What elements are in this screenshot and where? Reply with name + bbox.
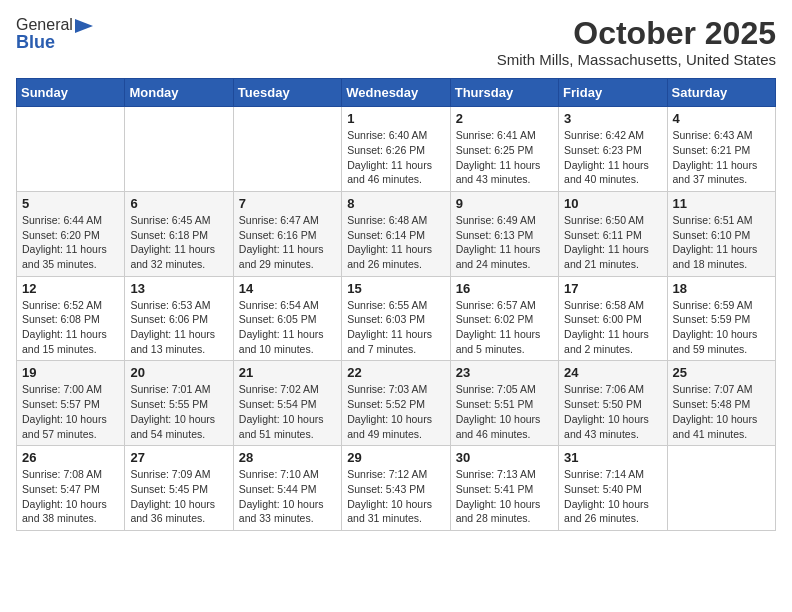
day-info: Sunrise: 7:05 AM Sunset: 5:51 PM Dayligh…	[456, 382, 553, 441]
week-row-2: 5Sunrise: 6:44 AM Sunset: 6:20 PM Daylig…	[17, 191, 776, 276]
logo-blue-text: Blue	[16, 32, 55, 53]
day-info: Sunrise: 6:57 AM Sunset: 6:02 PM Dayligh…	[456, 298, 553, 357]
day-cell: 16Sunrise: 6:57 AM Sunset: 6:02 PM Dayli…	[450, 276, 558, 361]
page-title: October 2025	[497, 16, 776, 51]
day-cell: 26Sunrise: 7:08 AM Sunset: 5:47 PM Dayli…	[17, 446, 125, 531]
week-row-4: 19Sunrise: 7:00 AM Sunset: 5:57 PM Dayli…	[17, 361, 776, 446]
day-number: 21	[239, 365, 336, 380]
day-cell: 6Sunrise: 6:45 AM Sunset: 6:18 PM Daylig…	[125, 191, 233, 276]
day-info: Sunrise: 6:43 AM Sunset: 6:21 PM Dayligh…	[673, 128, 770, 187]
page-container: General Blue October 2025 Smith Mills, M…	[0, 0, 792, 547]
day-cell: 1Sunrise: 6:40 AM Sunset: 6:26 PM Daylig…	[342, 107, 450, 192]
day-info: Sunrise: 6:52 AM Sunset: 6:08 PM Dayligh…	[22, 298, 119, 357]
day-cell: 17Sunrise: 6:58 AM Sunset: 6:00 PM Dayli…	[559, 276, 667, 361]
day-number: 9	[456, 196, 553, 211]
day-cell: 7Sunrise: 6:47 AM Sunset: 6:16 PM Daylig…	[233, 191, 341, 276]
day-number: 12	[22, 281, 119, 296]
day-cell: 18Sunrise: 6:59 AM Sunset: 5:59 PM Dayli…	[667, 276, 775, 361]
day-number: 29	[347, 450, 444, 465]
day-cell: 29Sunrise: 7:12 AM Sunset: 5:43 PM Dayli…	[342, 446, 450, 531]
day-number: 26	[22, 450, 119, 465]
col-sunday: Sunday	[17, 79, 125, 107]
header-row: Sunday Monday Tuesday Wednesday Thursday…	[17, 79, 776, 107]
day-info: Sunrise: 6:51 AM Sunset: 6:10 PM Dayligh…	[673, 213, 770, 272]
day-cell: 4Sunrise: 6:43 AM Sunset: 6:21 PM Daylig…	[667, 107, 775, 192]
day-number: 2	[456, 111, 553, 126]
day-cell: 8Sunrise: 6:48 AM Sunset: 6:14 PM Daylig…	[342, 191, 450, 276]
day-cell: 28Sunrise: 7:10 AM Sunset: 5:44 PM Dayli…	[233, 446, 341, 531]
day-cell	[125, 107, 233, 192]
svg-marker-0	[75, 19, 93, 33]
day-info: Sunrise: 7:01 AM Sunset: 5:55 PM Dayligh…	[130, 382, 227, 441]
day-cell: 14Sunrise: 6:54 AM Sunset: 6:05 PM Dayli…	[233, 276, 341, 361]
day-number: 18	[673, 281, 770, 296]
day-number: 28	[239, 450, 336, 465]
day-info: Sunrise: 7:06 AM Sunset: 5:50 PM Dayligh…	[564, 382, 661, 441]
day-info: Sunrise: 6:40 AM Sunset: 6:26 PM Dayligh…	[347, 128, 444, 187]
week-row-5: 26Sunrise: 7:08 AM Sunset: 5:47 PM Dayli…	[17, 446, 776, 531]
title-block: October 2025 Smith Mills, Massachusetts,…	[497, 16, 776, 68]
calendar-table: Sunday Monday Tuesday Wednesday Thursday…	[16, 78, 776, 531]
day-number: 20	[130, 365, 227, 380]
col-saturday: Saturday	[667, 79, 775, 107]
day-number: 5	[22, 196, 119, 211]
day-number: 8	[347, 196, 444, 211]
day-number: 30	[456, 450, 553, 465]
day-info: Sunrise: 6:47 AM Sunset: 6:16 PM Dayligh…	[239, 213, 336, 272]
day-cell: 3Sunrise: 6:42 AM Sunset: 6:23 PM Daylig…	[559, 107, 667, 192]
day-info: Sunrise: 7:09 AM Sunset: 5:45 PM Dayligh…	[130, 467, 227, 526]
day-number: 25	[673, 365, 770, 380]
day-number: 6	[130, 196, 227, 211]
day-info: Sunrise: 6:44 AM Sunset: 6:20 PM Dayligh…	[22, 213, 119, 272]
day-cell: 30Sunrise: 7:13 AM Sunset: 5:41 PM Dayli…	[450, 446, 558, 531]
day-info: Sunrise: 7:03 AM Sunset: 5:52 PM Dayligh…	[347, 382, 444, 441]
day-cell: 23Sunrise: 7:05 AM Sunset: 5:51 PM Dayli…	[450, 361, 558, 446]
day-info: Sunrise: 7:10 AM Sunset: 5:44 PM Dayligh…	[239, 467, 336, 526]
day-cell	[667, 446, 775, 531]
day-number: 22	[347, 365, 444, 380]
day-cell: 13Sunrise: 6:53 AM Sunset: 6:06 PM Dayli…	[125, 276, 233, 361]
day-number: 16	[456, 281, 553, 296]
logo-flag-icon	[75, 19, 93, 33]
calendar-header: Sunday Monday Tuesday Wednesday Thursday…	[17, 79, 776, 107]
day-info: Sunrise: 6:58 AM Sunset: 6:00 PM Dayligh…	[564, 298, 661, 357]
col-monday: Monday	[125, 79, 233, 107]
day-info: Sunrise: 6:48 AM Sunset: 6:14 PM Dayligh…	[347, 213, 444, 272]
day-cell: 19Sunrise: 7:00 AM Sunset: 5:57 PM Dayli…	[17, 361, 125, 446]
page-subtitle: Smith Mills, Massachusetts, United State…	[497, 51, 776, 68]
day-info: Sunrise: 6:42 AM Sunset: 6:23 PM Dayligh…	[564, 128, 661, 187]
day-cell	[17, 107, 125, 192]
day-info: Sunrise: 6:59 AM Sunset: 5:59 PM Dayligh…	[673, 298, 770, 357]
week-row-3: 12Sunrise: 6:52 AM Sunset: 6:08 PM Dayli…	[17, 276, 776, 361]
day-cell: 20Sunrise: 7:01 AM Sunset: 5:55 PM Dayli…	[125, 361, 233, 446]
day-cell: 2Sunrise: 6:41 AM Sunset: 6:25 PM Daylig…	[450, 107, 558, 192]
day-number: 11	[673, 196, 770, 211]
col-thursday: Thursday	[450, 79, 558, 107]
day-info: Sunrise: 7:08 AM Sunset: 5:47 PM Dayligh…	[22, 467, 119, 526]
day-cell: 31Sunrise: 7:14 AM Sunset: 5:40 PM Dayli…	[559, 446, 667, 531]
col-wednesday: Wednesday	[342, 79, 450, 107]
day-number: 31	[564, 450, 661, 465]
calendar-body: 1Sunrise: 6:40 AM Sunset: 6:26 PM Daylig…	[17, 107, 776, 531]
col-friday: Friday	[559, 79, 667, 107]
day-info: Sunrise: 7:00 AM Sunset: 5:57 PM Dayligh…	[22, 382, 119, 441]
day-cell: 5Sunrise: 6:44 AM Sunset: 6:20 PM Daylig…	[17, 191, 125, 276]
day-cell: 22Sunrise: 7:03 AM Sunset: 5:52 PM Dayli…	[342, 361, 450, 446]
day-cell: 11Sunrise: 6:51 AM Sunset: 6:10 PM Dayli…	[667, 191, 775, 276]
day-cell: 24Sunrise: 7:06 AM Sunset: 5:50 PM Dayli…	[559, 361, 667, 446]
page-header: General Blue October 2025 Smith Mills, M…	[16, 16, 776, 68]
day-number: 23	[456, 365, 553, 380]
day-cell: 12Sunrise: 6:52 AM Sunset: 6:08 PM Dayli…	[17, 276, 125, 361]
day-info: Sunrise: 6:54 AM Sunset: 6:05 PM Dayligh…	[239, 298, 336, 357]
day-info: Sunrise: 6:55 AM Sunset: 6:03 PM Dayligh…	[347, 298, 444, 357]
day-number: 4	[673, 111, 770, 126]
day-cell: 21Sunrise: 7:02 AM Sunset: 5:54 PM Dayli…	[233, 361, 341, 446]
day-info: Sunrise: 7:13 AM Sunset: 5:41 PM Dayligh…	[456, 467, 553, 526]
day-info: Sunrise: 6:53 AM Sunset: 6:06 PM Dayligh…	[130, 298, 227, 357]
day-number: 1	[347, 111, 444, 126]
day-number: 13	[130, 281, 227, 296]
day-number: 19	[22, 365, 119, 380]
day-number: 14	[239, 281, 336, 296]
day-cell: 10Sunrise: 6:50 AM Sunset: 6:11 PM Dayli…	[559, 191, 667, 276]
day-info: Sunrise: 6:50 AM Sunset: 6:11 PM Dayligh…	[564, 213, 661, 272]
